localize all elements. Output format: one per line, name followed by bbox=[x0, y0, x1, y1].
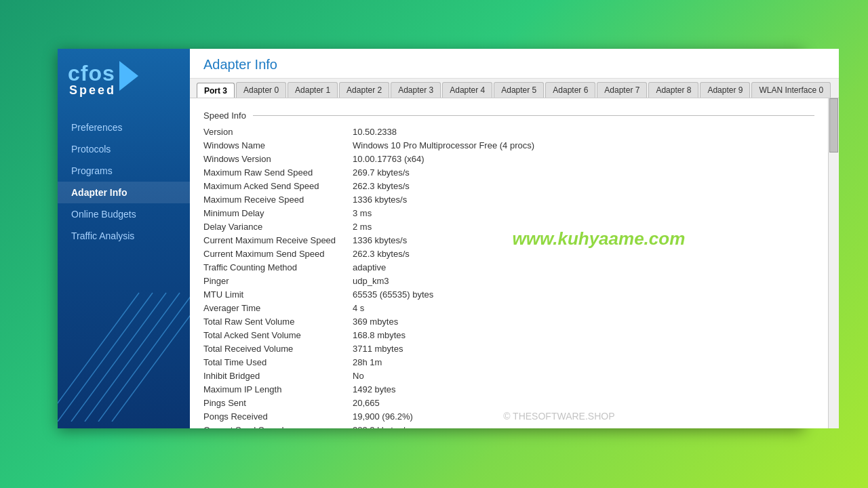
info-table: Version10.50.2338Windows NameWindows 10 … bbox=[203, 125, 814, 428]
field-value: 4 s bbox=[353, 301, 814, 314]
sidebar-item-online-budgets[interactable]: Online Budgets bbox=[58, 203, 190, 225]
field-label: Current Send Speed bbox=[203, 423, 353, 428]
table-row: Version10.50.2338 bbox=[203, 125, 814, 138]
tab-adapter7[interactable]: Adapter 7 bbox=[597, 82, 647, 98]
field-value: 10.00.17763 (x64) bbox=[353, 152, 814, 165]
field-value: adaptive bbox=[353, 260, 814, 274]
tab-wlan0[interactable]: WLAN Interface 0 bbox=[751, 82, 831, 98]
table-row: Delay Variance2 ms bbox=[203, 220, 814, 233]
field-label: Traffic Counting Method bbox=[203, 260, 353, 274]
field-label: Total Time Used bbox=[203, 355, 353, 369]
field-label: Delay Variance bbox=[203, 220, 353, 233]
field-value: 1336 kbytes/s bbox=[353, 233, 814, 247]
sidebar: cfos Speed Preferences Protocols Program… bbox=[58, 49, 190, 428]
tab-adapter4[interactable]: Adapter 4 bbox=[442, 82, 492, 98]
tabs-container: Port 3 Adapter 0 Adapter 1 Adapter 2 Ada… bbox=[190, 79, 839, 98]
field-label: Version bbox=[203, 125, 353, 138]
table-row: Inhibit BridgedNo bbox=[203, 369, 814, 382]
field-label: MTU Limit bbox=[203, 287, 353, 301]
tab-adapter3[interactable]: Adapter 3 bbox=[391, 82, 441, 98]
field-value: 20,665 bbox=[353, 396, 814, 409]
svg-line-0 bbox=[58, 293, 153, 422]
field-value: 262.3 kbytes/s bbox=[353, 179, 814, 192]
field-value: 262.3 kbytes/s bbox=[353, 247, 814, 260]
table-row: Averager Time4 s bbox=[203, 301, 814, 314]
field-label: Total Raw Sent Volume bbox=[203, 314, 353, 328]
field-value: 3711 mbytes bbox=[353, 342, 814, 355]
svg-line-2 bbox=[85, 293, 180, 422]
decorative-lines bbox=[58, 286, 190, 422]
field-value: 283.2 kbytes/s bbox=[353, 423, 814, 428]
logo-cfos: cfos bbox=[68, 62, 116, 84]
field-label: Current Maximum Receive Speed bbox=[203, 233, 353, 247]
field-label: Inhibit Bridged bbox=[203, 369, 353, 382]
table-row: Total Time Used28h 1m bbox=[203, 355, 814, 369]
field-value: Windows 10 Pro Multiprocessor Free (4 pr… bbox=[353, 138, 814, 152]
field-label: Windows Version bbox=[203, 152, 353, 165]
sidebar-item-protocols[interactable]: Protocols bbox=[58, 138, 190, 160]
logo-arrow-icon bbox=[119, 61, 138, 91]
table-row: Current Maximum Receive Speed1336 kbytes… bbox=[203, 233, 814, 247]
info-area: Speed Info Version10.50.2338Windows Name… bbox=[190, 98, 828, 428]
table-row: Windows Version10.00.17763 (x64) bbox=[203, 152, 814, 165]
field-label: Maximum Raw Send Speed bbox=[203, 165, 353, 179]
field-value: 3 ms bbox=[353, 206, 814, 220]
svg-line-3 bbox=[98, 293, 190, 422]
table-row: Pongs Received19,900 (96.2%) bbox=[203, 409, 814, 423]
field-value: 28h 1m bbox=[353, 355, 814, 369]
page-title: Adapter Info bbox=[203, 57, 825, 73]
table-row: Maximum IP Length1492 bytes bbox=[203, 382, 814, 396]
table-row: Maximum Acked Send Speed262.3 kbytes/s bbox=[203, 179, 814, 192]
logo-text: cfos Speed bbox=[68, 62, 116, 96]
sidebar-item-preferences[interactable]: Preferences bbox=[58, 117, 190, 138]
table-row: Windows NameWindows 10 Pro Multiprocesso… bbox=[203, 138, 814, 152]
tab-port3[interactable]: Port 3 bbox=[197, 83, 235, 98]
field-label: Total Received Volume bbox=[203, 342, 353, 355]
field-label: Total Acked Sent Volume bbox=[203, 328, 353, 342]
table-row: Pings Sent20,665 bbox=[203, 396, 814, 409]
tab-adapter5[interactable]: Adapter 5 bbox=[494, 82, 544, 98]
table-row: Total Received Volume3711 mbytes bbox=[203, 342, 814, 355]
field-label: Averager Time bbox=[203, 301, 353, 314]
field-label: Pinger bbox=[203, 274, 353, 287]
field-label: Current Maximum Send Speed bbox=[203, 247, 353, 260]
tab-adapter9[interactable]: Adapter 9 bbox=[700, 82, 750, 98]
table-row: Current Send Speed283.2 kbytes/s bbox=[203, 423, 814, 428]
logo: cfos Speed bbox=[58, 56, 149, 100]
field-value: 369 mbytes bbox=[353, 314, 814, 328]
tab-adapter6[interactable]: Adapter 6 bbox=[545, 82, 595, 98]
tab-adapter0[interactable]: Adapter 0 bbox=[236, 82, 286, 98]
page-header: Adapter Info bbox=[190, 49, 839, 79]
sidebar-item-traffic-analysis[interactable]: Traffic Analysis bbox=[58, 225, 190, 247]
field-value: No bbox=[353, 369, 814, 382]
field-value: 19,900 (96.2%) bbox=[353, 409, 814, 423]
svg-line-5 bbox=[58, 293, 139, 422]
field-value: 65535 (65535) bytes bbox=[353, 287, 814, 301]
table-row: Traffic Counting Methodadaptive bbox=[203, 260, 814, 274]
field-value: 10.50.2338 bbox=[353, 125, 814, 138]
field-label: Windows Name bbox=[203, 138, 353, 152]
field-value: udp_km3 bbox=[353, 274, 814, 287]
field-value: 2 ms bbox=[353, 220, 814, 233]
table-row: Minimum Delay3 ms bbox=[203, 206, 814, 220]
tab-adapter1[interactable]: Adapter 1 bbox=[288, 82, 338, 98]
table-row: Maximum Receive Speed1336 kbytes/s bbox=[203, 192, 814, 206]
field-label: Maximum IP Length bbox=[203, 382, 353, 396]
field-value: 1336 kbytes/s bbox=[353, 192, 814, 206]
app-window: cfos Speed Preferences Protocols Program… bbox=[58, 49, 804, 428]
tab-adapter8[interactable]: Adapter 8 bbox=[648, 82, 698, 98]
scrollbar-thumb[interactable] bbox=[829, 98, 838, 152]
table-row: Current Maximum Send Speed262.3 kbytes/s bbox=[203, 247, 814, 260]
sidebar-item-adapter-info[interactable]: Adapter Info bbox=[58, 182, 190, 203]
field-value: 1492 bytes bbox=[353, 382, 814, 396]
svg-line-4 bbox=[112, 293, 190, 422]
table-row: Maximum Raw Send Speed269.7 kbytes/s bbox=[203, 165, 814, 179]
svg-line-1 bbox=[71, 293, 166, 422]
field-value: 168.8 mbytes bbox=[353, 328, 814, 342]
field-label: Maximum Receive Speed bbox=[203, 192, 353, 206]
sidebar-item-programs[interactable]: Programs bbox=[58, 160, 190, 182]
scrollbar[interactable] bbox=[828, 98, 839, 428]
main-content: Adapter Info Port 3 Adapter 0 Adapter 1 … bbox=[190, 49, 839, 428]
table-row: Total Acked Sent Volume168.8 mbytes bbox=[203, 328, 814, 342]
tab-adapter2[interactable]: Adapter 2 bbox=[339, 82, 389, 98]
